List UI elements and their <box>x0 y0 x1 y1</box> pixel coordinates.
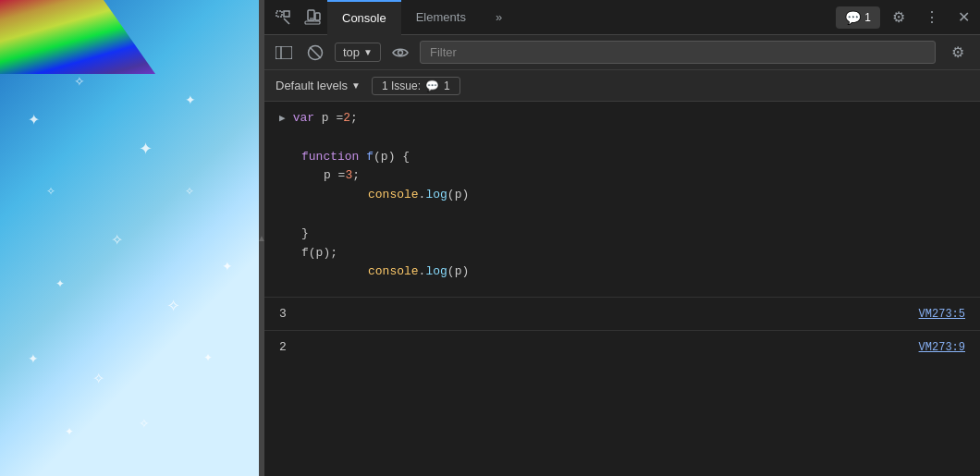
output-link-2[interactable]: VM273:9 <box>919 341 965 354</box>
issue-badge-icon: 💬 <box>425 79 439 92</box>
levels-label: Default levels <box>276 79 348 92</box>
eye-icon[interactable] <box>388 41 412 65</box>
svg-point-10 <box>398 50 402 55</box>
code-line-7: console . log (p) <box>279 262 965 282</box>
issue-count: 1 <box>444 79 450 92</box>
filter-input[interactable] <box>420 41 936 64</box>
expand-arrow-icon: ▶ <box>279 111 286 128</box>
context-label: top <box>343 45 360 59</box>
message-badge[interactable]: 💬 1 <box>836 6 880 29</box>
code-line-6: f(p); <box>279 244 965 263</box>
code-block: ▶ var p = 2 ; function f (p) { p = 3 ; <box>264 102 980 297</box>
levels-arrow-icon: ▼ <box>351 80 361 91</box>
output-value-2: 2 <box>279 340 919 354</box>
star-decoration: ✧ <box>139 416 150 431</box>
rainbow <box>0 0 259 74</box>
devtools-panel: Console Elements » 💬 1 ⚙ ⋮ ✕ <box>264 0 980 476</box>
close-devtools-button[interactable]: ✕ <box>950 5 976 31</box>
code-line-3: p = 3 ; <box>279 166 965 186</box>
tab-bar: Console Elements » 💬 1 ⚙ ⋮ ✕ <box>264 0 980 35</box>
star-decoration: ✧ <box>74 74 85 89</box>
show-sidebar-button[interactable] <box>272 41 296 65</box>
star-decoration: ✦ <box>65 425 74 438</box>
levels-row: Default levels ▼ 1 Issue: 💬 1 <box>264 70 980 102</box>
output-row-2: 2 VM273:9 <box>264 330 980 363</box>
output-row-1: 3 VM273:5 <box>264 297 980 330</box>
star-decoration: ✧ <box>185 185 194 198</box>
svg-rect-0 <box>276 11 282 17</box>
star-decoration: ✦ <box>28 111 40 128</box>
code-line-5: } <box>279 225 965 244</box>
issue-text: 1 Issue: <box>382 79 421 92</box>
wallpaper-panel: ✦ ✧ ✦ ✧ ✦ ✧ ✦ ✧ ✦ ✧ ✦ ✧ ✦ ✧ ✦ <box>0 0 259 476</box>
code-line-2: function f (p) { <box>279 148 965 167</box>
star-decoration: ✦ <box>28 351 39 366</box>
output-link-1[interactable]: VM273:5 <box>919 308 965 321</box>
star-decoration: ✦ <box>222 259 233 274</box>
svg-rect-5 <box>305 21 320 24</box>
star-decoration: ✦ <box>203 351 213 364</box>
device-toolbar-icon[interactable] <box>298 3 327 32</box>
clear-console-button[interactable] <box>303 41 327 65</box>
svg-rect-6 <box>276 46 292 59</box>
default-levels-button[interactable]: Default levels ▼ <box>276 79 361 92</box>
tab-more[interactable]: » <box>481 0 517 35</box>
tab-elements[interactable]: Elements <box>401 0 481 35</box>
code-line-4: console . log (p) <box>279 186 965 205</box>
dropdown-arrow-icon: ▼ <box>363 47 373 57</box>
star-decoration: ✧ <box>166 296 180 316</box>
star-decoration: ✧ <box>92 370 104 387</box>
star-decoration: ✦ <box>185 92 196 107</box>
badge-count: 1 <box>864 11 871 24</box>
context-selector[interactable]: top ▼ <box>335 43 381 62</box>
issue-badge[interactable]: 1 Issue: 💬 1 <box>372 77 460 95</box>
inspect-element-icon[interactable] <box>268 3 298 32</box>
star-decoration: ✦ <box>139 139 153 159</box>
star-decoration: ✧ <box>111 231 123 249</box>
tab-actions: 💬 1 ⚙ ⋮ ✕ <box>836 3 976 32</box>
settings-gear-icon[interactable]: ⚙ <box>884 3 913 32</box>
console-output[interactable]: ▶ var p = 2 ; function f (p) { p = 3 ; <box>264 102 980 476</box>
svg-rect-1 <box>284 11 289 17</box>
code-line-1: ▶ var p = 2 ; <box>279 109 965 128</box>
console-toolbar: top ▼ ⚙ <box>264 35 980 70</box>
more-options-icon[interactable]: ⋮ <box>917 3 947 32</box>
star-decoration: ✦ <box>55 277 65 290</box>
message-icon: 💬 <box>845 10 861 25</box>
svg-rect-3 <box>315 13 320 20</box>
output-value-1: 3 <box>279 307 919 321</box>
tab-console[interactable]: Console <box>327 0 401 35</box>
star-decoration: ✧ <box>46 185 55 198</box>
svg-line-9 <box>310 47 321 58</box>
console-settings-icon[interactable]: ⚙ <box>943 38 973 67</box>
